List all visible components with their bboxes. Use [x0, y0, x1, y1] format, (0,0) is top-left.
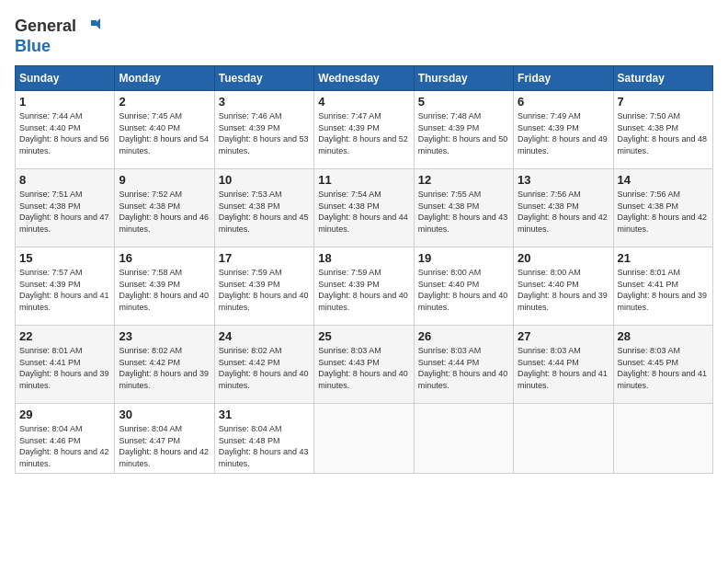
calendar-cell: 14 Sunrise: 7:56 AM Sunset: 4:38 PM Dayl…: [613, 169, 712, 247]
calendar-cell: 17 Sunrise: 7:59 AM Sunset: 4:39 PM Dayl…: [214, 247, 313, 326]
day-info: Sunrise: 7:57 AM Sunset: 4:39 PM Dayligh…: [19, 267, 110, 313]
day-number: 10: [219, 173, 310, 187]
day-number: 26: [418, 329, 509, 343]
logo-icon: [78, 15, 100, 37]
logo-general-text: General: [15, 17, 76, 36]
day-number: 25: [318, 329, 409, 343]
day-number: 4: [318, 95, 409, 109]
day-number: 5: [418, 95, 509, 109]
calendar-cell: [314, 404, 414, 474]
day-info: Sunrise: 7:48 AM Sunset: 4:39 PM Dayligh…: [418, 110, 509, 156]
calendar-cell: 16 Sunrise: 7:58 AM Sunset: 4:39 PM Dayl…: [115, 247, 214, 326]
day-info: Sunrise: 7:53 AM Sunset: 4:38 PM Dayligh…: [219, 189, 310, 235]
day-number: 3: [219, 95, 310, 109]
calendar-week-3: 15 Sunrise: 7:57 AM Sunset: 4:39 PM Dayl…: [16, 247, 713, 326]
calendar-cell: 24 Sunrise: 8:02 AM Sunset: 4:42 PM Dayl…: [214, 326, 313, 404]
weekday-header-monday: Monday: [115, 66, 214, 91]
page: General Blue SundayMondayTuesdayWednesda…: [0, 0, 728, 563]
day-number: 6: [518, 95, 609, 109]
day-number: 30: [119, 408, 210, 421]
calendar-cell: 22 Sunrise: 8:01 AM Sunset: 4:41 PM Dayl…: [16, 326, 115, 404]
day-number: 7: [618, 95, 709, 109]
day-info: Sunrise: 8:02 AM Sunset: 4:42 PM Dayligh…: [219, 345, 310, 391]
weekday-header-thursday: Thursday: [414, 66, 513, 91]
day-number: 1: [19, 95, 110, 109]
logo: General Blue: [15, 15, 100, 56]
calendar-cell: 20 Sunrise: 8:00 AM Sunset: 4:40 PM Dayl…: [514, 247, 613, 326]
day-number: 8: [19, 173, 110, 187]
calendar-week-5: 29 Sunrise: 8:04 AM Sunset: 4:46 PM Dayl…: [16, 404, 713, 474]
calendar-cell: 10 Sunrise: 7:53 AM Sunset: 4:38 PM Dayl…: [214, 169, 313, 247]
svg-marker-0: [97, 18, 100, 29]
day-number: 12: [418, 173, 509, 187]
header: General Blue: [15, 15, 713, 56]
day-number: 24: [219, 329, 310, 343]
day-number: 13: [518, 173, 609, 187]
calendar-week-4: 22 Sunrise: 8:01 AM Sunset: 4:41 PM Dayl…: [16, 326, 713, 404]
day-info: Sunrise: 8:00 AM Sunset: 4:40 PM Dayligh…: [518, 267, 609, 313]
day-info: Sunrise: 8:00 AM Sunset: 4:40 PM Dayligh…: [418, 267, 509, 313]
calendar-week-2: 8 Sunrise: 7:51 AM Sunset: 4:38 PM Dayli…: [16, 169, 713, 247]
svg-rect-1: [91, 20, 97, 26]
day-number: 18: [318, 251, 409, 265]
weekday-header-saturday: Saturday: [613, 66, 712, 91]
day-info: Sunrise: 7:45 AM Sunset: 4:40 PM Dayligh…: [119, 110, 210, 156]
weekday-header-tuesday: Tuesday: [214, 66, 313, 91]
day-number: 14: [618, 173, 709, 187]
calendar-cell: 2 Sunrise: 7:45 AM Sunset: 4:40 PM Dayli…: [115, 91, 214, 169]
day-number: 21: [618, 251, 709, 265]
day-number: 22: [19, 329, 110, 343]
day-info: Sunrise: 7:59 AM Sunset: 4:39 PM Dayligh…: [219, 267, 310, 313]
day-info: Sunrise: 8:04 AM Sunset: 4:47 PM Dayligh…: [119, 423, 210, 469]
day-number: 2: [119, 95, 210, 109]
calendar-cell: 19 Sunrise: 8:00 AM Sunset: 4:40 PM Dayl…: [414, 247, 513, 326]
day-info: Sunrise: 7:47 AM Sunset: 4:39 PM Dayligh…: [318, 110, 409, 156]
calendar-cell: 25 Sunrise: 8:03 AM Sunset: 4:43 PM Dayl…: [314, 326, 414, 404]
calendar-cell: 3 Sunrise: 7:46 AM Sunset: 4:39 PM Dayli…: [214, 91, 313, 169]
day-info: Sunrise: 7:58 AM Sunset: 4:39 PM Dayligh…: [119, 267, 210, 313]
calendar-cell: [414, 404, 513, 474]
calendar-cell: 23 Sunrise: 8:02 AM Sunset: 4:42 PM Dayl…: [115, 326, 214, 404]
day-info: Sunrise: 7:56 AM Sunset: 4:38 PM Dayligh…: [518, 189, 609, 235]
day-number: 15: [19, 251, 110, 265]
weekday-header-row: SundayMondayTuesdayWednesdayThursdayFrid…: [16, 66, 713, 91]
calendar-cell: 12 Sunrise: 7:55 AM Sunset: 4:38 PM Dayl…: [414, 169, 513, 247]
calendar-cell: 13 Sunrise: 7:56 AM Sunset: 4:38 PM Dayl…: [514, 169, 613, 247]
day-number: 23: [119, 329, 210, 343]
calendar-cell: 7 Sunrise: 7:50 AM Sunset: 4:38 PM Dayli…: [613, 91, 712, 169]
calendar-cell: 11 Sunrise: 7:54 AM Sunset: 4:38 PM Dayl…: [314, 169, 414, 247]
calendar-cell: 27 Sunrise: 8:03 AM Sunset: 4:44 PM Dayl…: [514, 326, 613, 404]
day-number: 31: [219, 408, 310, 421]
calendar-cell: 15 Sunrise: 7:57 AM Sunset: 4:39 PM Dayl…: [16, 247, 115, 326]
day-info: Sunrise: 7:50 AM Sunset: 4:38 PM Dayligh…: [618, 110, 709, 156]
day-info: Sunrise: 8:03 AM Sunset: 4:43 PM Dayligh…: [318, 345, 409, 391]
day-info: Sunrise: 7:54 AM Sunset: 4:38 PM Dayligh…: [318, 189, 409, 235]
day-info: Sunrise: 7:56 AM Sunset: 4:38 PM Dayligh…: [618, 189, 709, 235]
day-info: Sunrise: 7:49 AM Sunset: 4:39 PM Dayligh…: [518, 110, 609, 156]
calendar-cell: [613, 404, 712, 474]
day-info: Sunrise: 8:04 AM Sunset: 4:48 PM Dayligh…: [219, 423, 310, 469]
day-info: Sunrise: 8:01 AM Sunset: 4:41 PM Dayligh…: [618, 267, 709, 313]
weekday-header-friday: Friday: [514, 66, 613, 91]
day-info: Sunrise: 8:03 AM Sunset: 4:44 PM Dayligh…: [518, 345, 609, 391]
calendar-cell: 31 Sunrise: 8:04 AM Sunset: 4:48 PM Dayl…: [214, 404, 313, 474]
day-number: 28: [618, 329, 709, 343]
calendar-cell: 8 Sunrise: 7:51 AM Sunset: 4:38 PM Dayli…: [16, 169, 115, 247]
calendar-cell: 6 Sunrise: 7:49 AM Sunset: 4:39 PM Dayli…: [514, 91, 613, 169]
calendar-week-1: 1 Sunrise: 7:44 AM Sunset: 4:40 PM Dayli…: [16, 91, 713, 169]
day-number: 20: [518, 251, 609, 265]
day-number: 9: [119, 173, 210, 187]
calendar-cell: 9 Sunrise: 7:52 AM Sunset: 4:38 PM Dayli…: [115, 169, 214, 247]
calendar-cell: [514, 404, 613, 474]
calendar-cell: 18 Sunrise: 7:59 AM Sunset: 4:39 PM Dayl…: [314, 247, 414, 326]
day-info: Sunrise: 8:03 AM Sunset: 4:45 PM Dayligh…: [618, 345, 709, 391]
calendar-cell: 29 Sunrise: 8:04 AM Sunset: 4:46 PM Dayl…: [16, 404, 115, 474]
calendar-cell: 5 Sunrise: 7:48 AM Sunset: 4:39 PM Dayli…: [414, 91, 513, 169]
calendar-cell: 21 Sunrise: 8:01 AM Sunset: 4:41 PM Dayl…: [613, 247, 712, 326]
calendar-cell: 4 Sunrise: 7:47 AM Sunset: 4:39 PM Dayli…: [314, 91, 414, 169]
day-info: Sunrise: 8:02 AM Sunset: 4:42 PM Dayligh…: [119, 345, 210, 391]
calendar-table: SundayMondayTuesdayWednesdayThursdayFrid…: [15, 65, 713, 474]
calendar-cell: 28 Sunrise: 8:03 AM Sunset: 4:45 PM Dayl…: [613, 326, 712, 404]
day-info: Sunrise: 8:04 AM Sunset: 4:46 PM Dayligh…: [19, 423, 110, 469]
day-info: Sunrise: 7:51 AM Sunset: 4:38 PM Dayligh…: [19, 189, 110, 235]
